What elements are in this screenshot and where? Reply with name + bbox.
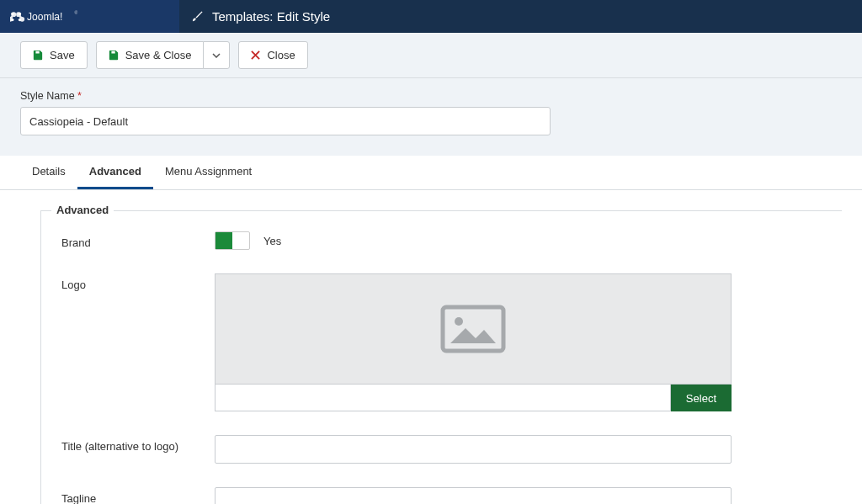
svg-text:Joomla!: Joomla! [27, 10, 62, 22]
app-header: Joomla! ® Templates: Edit Style [0, 0, 862, 33]
style-name-input[interactable] [20, 107, 551, 135]
svg-point-1 [19, 12, 21, 14]
toolbar: Save Save & Close Close [0, 33, 862, 78]
form-header-area: Style Name * [0, 78, 862, 156]
brand-area: Joomla! ® [0, 0, 179, 33]
tab-menu-assignment[interactable]: Menu Assignment [153, 156, 263, 189]
tab-details[interactable]: Details [20, 156, 77, 189]
close-icon [251, 50, 260, 60]
field-logo: Logo Select [61, 273, 842, 411]
logo-preview[interactable] [215, 273, 732, 385]
fieldset-advanced: Advanced Brand Yes Logo [40, 210, 842, 504]
page-title-bar: Templates: Edit Style [179, 0, 862, 33]
tagline-label: Tagline [61, 487, 215, 504]
switch-knob [216, 232, 232, 249]
tabs: Details Advanced Menu Assignment [0, 156, 862, 190]
logo-select-button[interactable]: Select [671, 385, 732, 411]
save-close-button[interactable]: Save & Close [96, 41, 205, 69]
svg-point-7 [455, 317, 463, 326]
svg-point-2 [11, 18, 13, 20]
logo-label: Logo [61, 273, 215, 291]
tab-advanced[interactable]: Advanced [77, 156, 153, 189]
tabs-container: Details Advanced Menu Assignment Advance… [0, 156, 862, 504]
field-tagline: Tagline [61, 487, 842, 504]
save-icon [109, 50, 119, 61]
required-indicator: * [77, 90, 82, 102]
image-placeholder-icon [440, 305, 506, 353]
title-input[interactable] [215, 435, 732, 464]
save-button[interactable]: Save [20, 41, 88, 69]
save-close-group: Save & Close [96, 41, 231, 69]
brush-icon [191, 10, 204, 23]
page-title: Templates: Edit Style [212, 9, 330, 24]
style-name-label: Style Name * [20, 90, 842, 102]
save-close-dropdown[interactable] [203, 41, 230, 69]
svg-rect-6 [443, 307, 503, 351]
close-button[interactable]: Close [238, 41, 307, 69]
tab-content: Advanced Brand Yes Logo [0, 190, 862, 504]
brand-label: Brand [61, 231, 215, 249]
title-label: Title (alternative to logo) [61, 435, 215, 453]
svg-point-0 [11, 12, 13, 14]
logo-path-input[interactable] [215, 385, 671, 411]
joomla-logo: Joomla! ® [10, 8, 94, 25]
svg-text:®: ® [74, 10, 77, 15]
field-brand: Brand Yes [61, 231, 842, 250]
save-icon [33, 50, 43, 61]
chevron-down-icon [212, 53, 221, 58]
svg-point-3 [19, 18, 21, 20]
brand-value-text: Yes [263, 235, 281, 247]
fieldset-legend: Advanced [51, 204, 114, 216]
tagline-input[interactable] [215, 487, 732, 504]
field-title: Title (alternative to logo) [61, 435, 842, 464]
brand-toggle[interactable] [215, 231, 250, 250]
